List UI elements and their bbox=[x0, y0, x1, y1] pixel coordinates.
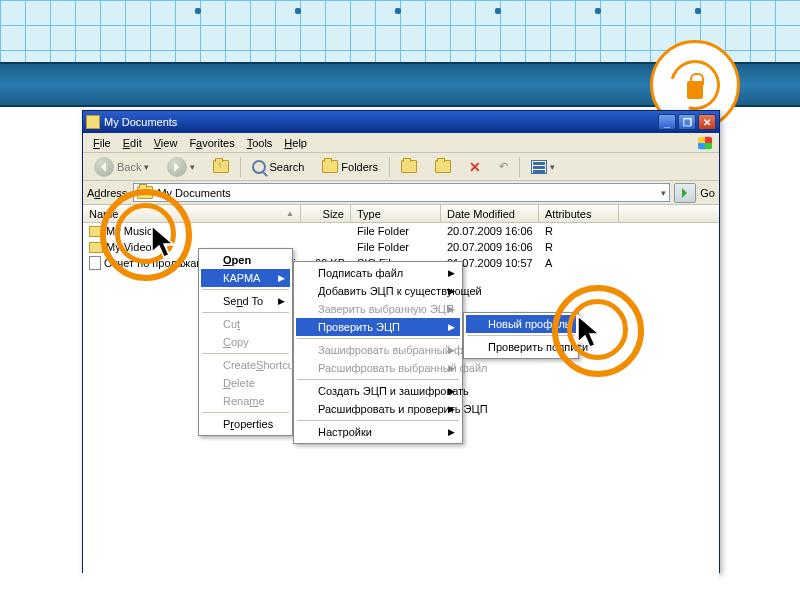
col-attr[interactable]: Attributes bbox=[539, 205, 619, 222]
menu-file[interactable]: File bbox=[87, 135, 117, 151]
sub-settings[interactable]: Настройки▶ bbox=[296, 423, 460, 441]
go-button[interactable] bbox=[674, 183, 696, 203]
col-name[interactable]: Name▲ bbox=[83, 205, 301, 222]
ctx-copy[interactable]: Copy bbox=[201, 333, 290, 351]
titlebar[interactable]: My Documents _ ❐ ✕ bbox=[83, 111, 719, 133]
sub-sign[interactable]: Подписать файл▶ bbox=[296, 264, 460, 282]
address-field[interactable]: My Documents ▾ bbox=[133, 183, 670, 202]
up-folder-icon bbox=[213, 160, 229, 173]
menu-view[interactable]: View bbox=[148, 135, 184, 151]
ctx-sendto[interactable]: Send To▶ bbox=[201, 292, 290, 310]
sub-encryptsel[interactable]: Зашифровать выбранный файл▶ bbox=[296, 341, 460, 359]
ctx-shortcut[interactable]: Create Shortcut bbox=[201, 356, 290, 374]
close-button[interactable]: ✕ bbox=[698, 114, 716, 130]
search-button[interactable]: Search bbox=[245, 156, 311, 178]
submenu-arrow-icon: ▶ bbox=[448, 304, 455, 314]
back-icon bbox=[94, 157, 114, 177]
ctx-delete[interactable]: Delete bbox=[201, 374, 290, 392]
sub-checksigs[interactable]: Проверить подписи bbox=[466, 338, 576, 356]
address-bar: Address My Documents ▾ Go bbox=[83, 181, 719, 205]
toolbar: Back ▾ ▾ Search Folders ✕ ↶ ▾ bbox=[83, 153, 719, 181]
folder-icon bbox=[137, 186, 153, 199]
submenu-arrow-icon: ▶ bbox=[448, 386, 455, 396]
submenu-arrow-icon: ▶ bbox=[448, 322, 455, 332]
column-headers: Name▲ Size Type Date Modified Attributes bbox=[83, 205, 719, 223]
undo-button[interactable]: ↶ bbox=[492, 156, 515, 178]
up-button[interactable] bbox=[206, 156, 236, 178]
submenu-arrow-icon: ▶ bbox=[448, 427, 455, 437]
menu-tools[interactable]: Tools bbox=[241, 135, 279, 151]
folders-button[interactable]: Folders bbox=[315, 156, 385, 178]
folder-icon bbox=[89, 242, 103, 253]
ctx-karma[interactable]: КАРМА▶ bbox=[201, 269, 290, 287]
window-title: My Documents bbox=[104, 116, 656, 128]
submenu-arrow-icon: ▶ bbox=[278, 273, 285, 283]
submenu-karma: Подписать файл▶ Добавить ЭЦП к существую… bbox=[293, 261, 463, 444]
delete-button[interactable]: ✕ bbox=[462, 156, 488, 178]
go-arrow-icon bbox=[682, 188, 692, 198]
ctx-open[interactable]: Open bbox=[201, 251, 290, 269]
back-button[interactable]: Back ▾ bbox=[87, 156, 156, 178]
sub-decryptsel[interactable]: Расшифровать выбранный файл▶ bbox=[296, 359, 460, 377]
sub-verifysel[interactable]: Заверить выбранную ЭЦП▶ bbox=[296, 300, 460, 318]
menu-help[interactable]: Help bbox=[278, 135, 313, 151]
go-label: Go bbox=[700, 187, 715, 199]
windows-flag-icon bbox=[698, 136, 712, 149]
col-size[interactable]: Size bbox=[301, 205, 351, 222]
minimize-button[interactable]: _ bbox=[658, 114, 676, 130]
moveto-button[interactable] bbox=[394, 156, 424, 178]
folders-icon bbox=[322, 160, 338, 173]
submenu-arrow-icon: ▶ bbox=[448, 345, 455, 355]
ctx-properties[interactable]: Properties bbox=[201, 415, 290, 433]
address-label: Address bbox=[87, 187, 129, 199]
sub-addsig[interactable]: Добавить ЭЦП к существующей▶ bbox=[296, 282, 460, 300]
submenu-arrow-icon: ▶ bbox=[448, 404, 455, 414]
submenu-arrow-icon: ▶ bbox=[448, 268, 455, 278]
views-icon bbox=[531, 160, 547, 174]
col-type[interactable]: Type bbox=[351, 205, 441, 222]
submenu-arrow-icon: ▶ bbox=[448, 363, 455, 373]
folder-icon bbox=[89, 226, 103, 237]
sub-newprofile[interactable]: Новый профиль bbox=[466, 315, 576, 333]
copyto-button[interactable] bbox=[428, 156, 458, 178]
ctx-cut[interactable]: Cut bbox=[201, 315, 290, 333]
chevron-down-icon[interactable]: ▾ bbox=[661, 188, 666, 198]
address-value: My Documents bbox=[157, 187, 230, 199]
sort-asc-icon: ▲ bbox=[286, 209, 294, 218]
views-button[interactable]: ▾ bbox=[524, 156, 562, 178]
forward-button[interactable]: ▾ bbox=[160, 156, 202, 178]
menubar: File Edit View Favorites Tools Help bbox=[83, 133, 719, 153]
submenu-arrow-icon: ▶ bbox=[448, 286, 455, 296]
submenu-verify: Новый профиль Проверить подписи bbox=[463, 312, 579, 359]
submenu-arrow-icon: ▶ bbox=[278, 296, 285, 306]
delete-x-icon: ✕ bbox=[469, 159, 481, 175]
list-item[interactable]: My Videos File Folder 20.07.2009 16:06 R bbox=[83, 239, 719, 255]
search-icon bbox=[252, 160, 266, 174]
undo-icon: ↶ bbox=[499, 160, 508, 173]
ctx-rename[interactable]: Rename bbox=[201, 392, 290, 410]
col-date[interactable]: Date Modified bbox=[441, 205, 539, 222]
forward-icon bbox=[167, 157, 187, 177]
lock-icon bbox=[687, 81, 703, 99]
context-menu: Open КАРМА▶ Send To▶ Cut Copy Create Sho… bbox=[198, 248, 293, 436]
folder-icon bbox=[86, 115, 100, 129]
menu-edit[interactable]: Edit bbox=[117, 135, 148, 151]
maximize-button[interactable]: ❐ bbox=[678, 114, 696, 130]
sub-verify[interactable]: Проверить ЭЦП▶ bbox=[296, 318, 460, 336]
sub-decver[interactable]: Расшифровать и проверить ЭЦП▶ bbox=[296, 400, 460, 418]
sub-signenc[interactable]: Создать ЭЦП и зашифровать▶ bbox=[296, 382, 460, 400]
sig-file-icon bbox=[89, 256, 101, 270]
list-item[interactable]: My Music File Folder 20.07.2009 16:06 R bbox=[83, 223, 719, 239]
menu-favorites[interactable]: Favorites bbox=[183, 135, 240, 151]
